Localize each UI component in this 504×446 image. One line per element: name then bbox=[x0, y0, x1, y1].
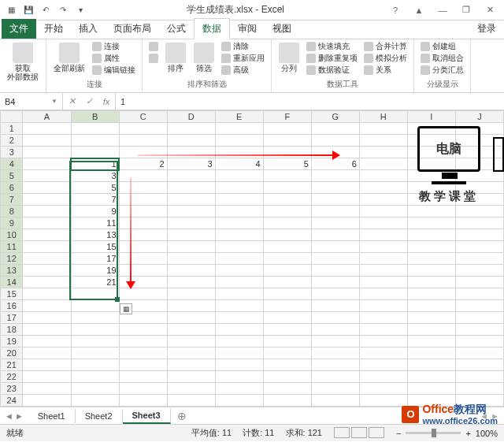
select-all-corner[interactable] bbox=[1, 111, 23, 123]
cell[interactable]: 5 bbox=[263, 158, 311, 170]
row-header[interactable]: 14 bbox=[1, 277, 23, 288]
col-header[interactable]: F bbox=[263, 111, 311, 123]
tab-formulas[interactable]: 公式 bbox=[159, 19, 194, 39]
tab-view[interactable]: 视图 bbox=[265, 19, 299, 39]
row-header[interactable]: 22 bbox=[1, 371, 23, 383]
cell[interactable]: 5 bbox=[71, 182, 119, 194]
consolidate-button[interactable]: 合并计算 bbox=[362, 41, 409, 52]
col-header[interactable]: D bbox=[167, 111, 215, 123]
cell[interactable]: 13 bbox=[71, 229, 119, 241]
sheet-nav-prev-icon[interactable]: ◄ bbox=[5, 411, 13, 421]
formula-input[interactable]: 1 bbox=[116, 93, 504, 110]
minimize-button[interactable]: — bbox=[432, 2, 454, 18]
advanced-button[interactable]: 高级 bbox=[220, 65, 266, 76]
row-header[interactable]: 25 bbox=[1, 407, 23, 407]
cancel-icon[interactable]: ✕ bbox=[63, 96, 80, 106]
col-header[interactable]: B bbox=[71, 111, 119, 123]
remove-duplicates-button[interactable]: 删除重复项 bbox=[305, 53, 359, 64]
refresh-all-button[interactable]: 全部刷新 bbox=[51, 41, 87, 74]
flash-fill-button[interactable]: 快速填充 bbox=[305, 41, 359, 52]
sheet-tab[interactable]: Sheet2 bbox=[76, 409, 123, 423]
row-header[interactable]: 5 bbox=[1, 170, 23, 182]
whatif-button[interactable]: 模拟分析 bbox=[362, 53, 409, 64]
row-header[interactable]: 24 bbox=[1, 395, 23, 407]
clear-filter-button[interactable]: 清除 bbox=[220, 41, 266, 52]
row-header[interactable]: 16 bbox=[1, 300, 23, 312]
chevron-down-icon[interactable]: ▼ bbox=[51, 98, 57, 105]
cell[interactable]: 7 bbox=[71, 194, 119, 206]
sheet-nav-next-icon[interactable]: ► bbox=[15, 411, 24, 421]
cell[interactable]: 1 bbox=[71, 158, 119, 170]
fx-icon[interactable]: fx bbox=[98, 97, 115, 106]
fill-handle[interactable] bbox=[115, 297, 120, 302]
tab-home[interactable]: 开始 bbox=[36, 19, 71, 39]
col-header[interactable]: C bbox=[119, 111, 167, 123]
row-header[interactable]: 19 bbox=[1, 336, 23, 348]
data-validation-button[interactable]: 数据验证 bbox=[305, 65, 359, 76]
col-header[interactable]: A bbox=[23, 111, 71, 123]
redo-icon[interactable]: ↷ bbox=[57, 4, 69, 17]
autofill-options-button[interactable]: ▦ bbox=[120, 303, 132, 314]
row-header[interactable]: 23 bbox=[1, 383, 23, 395]
row-header[interactable]: 3 bbox=[1, 147, 23, 158]
sheet-tab[interactable]: Sheet1 bbox=[28, 409, 76, 423]
row-header[interactable]: 13 bbox=[1, 265, 23, 277]
filter-button[interactable]: 筛选 bbox=[191, 41, 217, 74]
text-to-columns-button[interactable]: 分列 bbox=[276, 41, 302, 74]
row-header[interactable]: 2 bbox=[1, 135, 23, 147]
cell[interactable]: 3 bbox=[167, 158, 215, 170]
row-header[interactable]: 6 bbox=[1, 182, 23, 194]
col-header[interactable]: H bbox=[359, 111, 407, 123]
cell[interactable]: 11 bbox=[71, 217, 119, 229]
enter-icon[interactable]: ✓ bbox=[80, 96, 98, 106]
cell[interactable]: 3 bbox=[71, 170, 119, 182]
row-header[interactable]: 10 bbox=[1, 229, 23, 241]
connections-button[interactable]: 连接 bbox=[91, 41, 137, 52]
reapply-button[interactable]: 重新应用 bbox=[220, 53, 266, 64]
relationships-button[interactable]: 关系 bbox=[362, 65, 409, 76]
cell[interactable]: 2 bbox=[119, 158, 167, 170]
zoom-in-button[interactable]: + bbox=[465, 429, 470, 438]
cell[interactable]: 15 bbox=[71, 241, 119, 253]
properties-button[interactable]: 属性 bbox=[91, 53, 137, 64]
ungroup-button[interactable]: 取消组合 bbox=[419, 53, 465, 64]
cell[interactable]: 21 bbox=[71, 277, 119, 288]
sheet-tab[interactable]: Sheet3 bbox=[123, 408, 171, 424]
sort-button[interactable]: 排序 bbox=[163, 41, 188, 74]
tab-data[interactable]: 数据 bbox=[194, 18, 230, 39]
row-header[interactable]: 4 bbox=[1, 158, 23, 170]
view-buttons[interactable] bbox=[333, 427, 385, 440]
ribbon-min-button[interactable]: ▲ bbox=[408, 2, 430, 18]
row-header[interactable]: 18 bbox=[1, 324, 23, 336]
zoom-level[interactable]: 100% bbox=[476, 429, 498, 438]
row-header[interactable]: 7 bbox=[1, 194, 23, 206]
edit-links-button[interactable]: 编辑链接 bbox=[91, 65, 137, 76]
sort-za-button[interactable] bbox=[147, 53, 160, 64]
row-header[interactable]: 21 bbox=[1, 359, 23, 371]
qat-dropdown-icon[interactable]: ▾ bbox=[74, 4, 87, 17]
row-header[interactable]: 12 bbox=[1, 253, 23, 265]
save-icon[interactable]: 💾 bbox=[22, 4, 35, 17]
cell[interactable]: 19 bbox=[71, 265, 119, 277]
row-header[interactable]: 1 bbox=[1, 123, 23, 135]
cell[interactable]: 4 bbox=[215, 158, 263, 170]
help-button[interactable]: ? bbox=[384, 2, 406, 18]
col-header[interactable]: E bbox=[215, 111, 263, 123]
row-header[interactable]: 15 bbox=[1, 288, 23, 300]
subtotal-button[interactable]: 分类汇总 bbox=[419, 65, 465, 76]
close-button[interactable]: ✕ bbox=[479, 2, 501, 18]
worksheet-grid[interactable]: A B C D E F G H I J 1 2 3 4123456 53 65 … bbox=[0, 110, 504, 407]
get-external-data-button[interactable]: 获取 外部数据 bbox=[5, 41, 41, 83]
col-header[interactable]: J bbox=[455, 111, 503, 123]
signin-link[interactable]: 登录 bbox=[469, 19, 504, 39]
row-header[interactable]: 20 bbox=[1, 348, 23, 359]
row-header[interactable]: 11 bbox=[1, 241, 23, 253]
tab-layout[interactable]: 页面布局 bbox=[106, 19, 159, 39]
col-header[interactable]: G bbox=[311, 111, 359, 123]
new-sheet-button[interactable]: ⊕ bbox=[171, 410, 193, 422]
sort-az-button[interactable] bbox=[147, 41, 160, 52]
cell[interactable]: 9 bbox=[71, 206, 119, 217]
zoom-out-button[interactable]: − bbox=[396, 429, 401, 438]
undo-icon[interactable]: ↶ bbox=[39, 4, 52, 17]
zoom-slider[interactable] bbox=[406, 432, 461, 434]
